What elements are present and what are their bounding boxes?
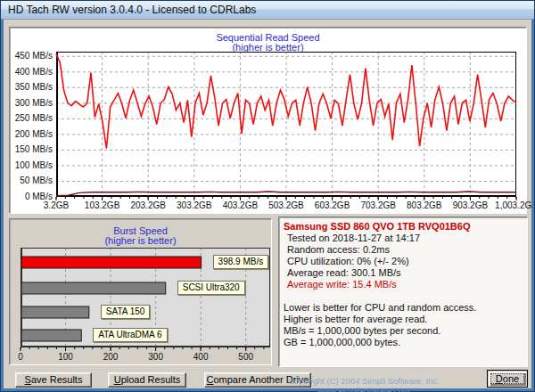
bar-label: SCSI Ultra320 xyxy=(177,281,245,295)
info-line: Average read: 300.1 MB/s xyxy=(284,267,527,279)
drive-info-panel: Samsung SSD 860 QVO 1TB RVQ01B6QTested o… xyxy=(278,216,528,367)
info-line: GB = 1,000,000,000 bytes. xyxy=(284,337,527,348)
seq-chart-plot xyxy=(56,52,516,201)
title-bar[interactable]: HD Tach RW version 3.0.4.0 - Licensed to… xyxy=(1,1,534,20)
window-title: HD Tach RW version 3.0.4.0 - Licensed to… xyxy=(8,4,256,16)
info-line xyxy=(284,290,527,302)
x-axis-label: 400 xyxy=(183,352,218,362)
y-axis-label: 350 MB/s xyxy=(10,82,53,92)
bar-label: ATA UltraDMA 6 xyxy=(93,328,167,342)
x-axis-label: 0 xyxy=(3,352,38,362)
window-border-right xyxy=(531,20,534,391)
y-axis-label: 450 MB/s xyxy=(10,51,53,61)
reference-bar xyxy=(21,282,166,294)
x-axis-label: 200 xyxy=(93,352,128,362)
y-axis-label: 300 MB/s xyxy=(10,98,53,108)
x-axis-label: 100 xyxy=(48,352,84,362)
x-axis-line xyxy=(56,195,516,197)
sequential-read-panel: Sequential Read Speed (higher is better)… xyxy=(9,27,527,214)
y-axis-label: 50 MB/s xyxy=(10,176,53,185)
upload-results-button[interactable]: Upload Results xyxy=(108,372,186,388)
info-line: Random access: 0.2ms xyxy=(284,244,527,256)
burst-speed-panel: Burst Speed (higher is better) 398.9 MB/… xyxy=(9,218,272,365)
y-axis-label: 400 MB/s xyxy=(10,67,53,77)
x-axis-label: 300 xyxy=(138,352,174,362)
window-border-bottom xyxy=(1,388,534,391)
tested-drive-bar xyxy=(21,257,202,268)
y-axis-label: 200 MB/s xyxy=(10,129,53,139)
done-button[interactable]: Done xyxy=(487,370,528,388)
seq-chart-svg xyxy=(56,52,516,201)
y-axis-label: 100 MB/s xyxy=(10,160,53,170)
drive-name: Samsung SSD 860 QVO 1TB RVQ01B6Q xyxy=(284,221,527,233)
y-axis-line xyxy=(56,52,58,197)
info-line: Higher is better for average read. xyxy=(284,314,527,325)
window-border-left xyxy=(1,20,4,391)
save-results-button[interactable]: Save Results xyxy=(15,372,92,388)
reference-bar xyxy=(21,306,89,318)
burst-chart-subtitle: (higher is better) xyxy=(10,235,271,246)
x-axis-label: 500 xyxy=(228,352,264,362)
info-line: Tested on 2018-11-27 at 14:17 xyxy=(284,233,527,244)
hdtach-window: HD Tach RW version 3.0.4.0 - Licensed to… xyxy=(0,0,535,392)
y-axis-label: 150 MB/s xyxy=(10,144,53,154)
reference-bar xyxy=(21,330,81,341)
bar-label: 398.9 MB/s xyxy=(213,255,269,269)
bar-label: SATA 150 xyxy=(101,305,151,319)
x-axis-line xyxy=(21,346,270,347)
y-axis-label: 250 MB/s xyxy=(10,113,53,123)
info-line: MB/s = 1,000,000 bytes per second. xyxy=(284,325,527,337)
info-line: Average write: 15.4 MB/s xyxy=(284,279,527,290)
info-line: CPU utilization: 0% (+/- 2%) xyxy=(284,256,527,267)
x-axis-label: 1,003.2GB xyxy=(486,200,535,210)
info-line: Lower is better for CPU and random acces… xyxy=(284,302,527,314)
